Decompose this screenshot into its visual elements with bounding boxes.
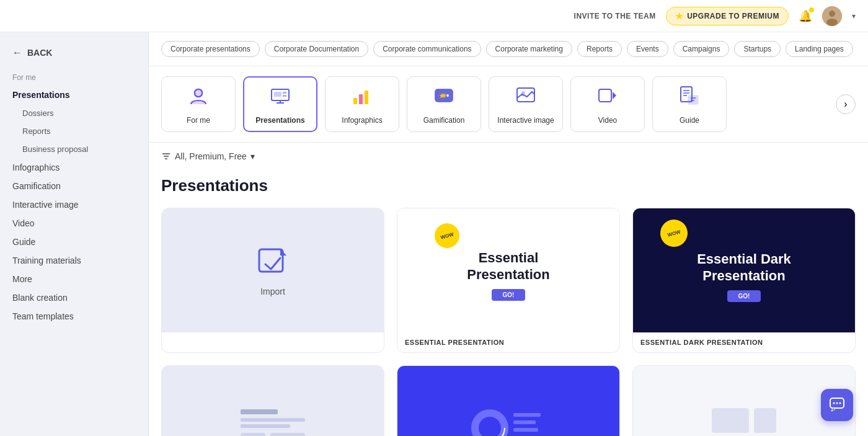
template-preview-4	[162, 366, 384, 436]
sidebar-item-business-proposal[interactable]: Business proposal	[0, 140, 148, 158]
essential-title: EssentialPresentation	[467, 250, 549, 283]
svg-rect-35	[241, 409, 278, 414]
gamification-type-icon: ★	[433, 84, 455, 111]
type-card-presentations[interactable]: Presentations	[243, 76, 317, 132]
svg-rect-6	[274, 92, 281, 97]
svg-rect-44	[513, 420, 536, 424]
sidebar-item-blank-creation[interactable]: Blank creation	[0, 288, 148, 307]
essential-dark-title: Essential DarkPresentation	[697, 251, 791, 284]
svg-rect-12	[359, 94, 363, 104]
sidebar: ← BACK For me PresentationsDossiersRepor…	[0, 32, 149, 436]
sidebar-item-interactive-image[interactable]: Interactive image	[0, 195, 148, 214]
type-card-for-me[interactable]: For me	[161, 76, 236, 132]
template-preview-5	[397, 366, 619, 436]
category-tab-campaigns[interactable]: Campaigns	[673, 41, 730, 57]
sidebar-item-team-templates[interactable]: Team templates	[0, 307, 148, 326]
essential-dark-label: ESSENTIAL DARK PRESENTATION	[633, 332, 855, 352]
presentations-type-label: Presentations	[255, 116, 304, 125]
for-me-label: For me	[0, 71, 148, 84]
svg-point-1	[829, 11, 835, 17]
filter-row: All, Premium, Free ▾	[149, 143, 868, 170]
filter-button[interactable]: All, Premium, Free ▾	[161, 151, 255, 161]
essential-dark-card[interactable]: WOW Essential DarkPresentation GO! ESSEN…	[632, 208, 856, 353]
category-tab-corporate-marketing[interactable]: Corporate marketing	[486, 41, 572, 57]
type-card-video[interactable]: Video	[570, 76, 645, 132]
chevron-down-icon[interactable]: ▾	[852, 12, 856, 20]
essential-presentation-label: ESSENTIAL PRESENTATION	[397, 332, 619, 352]
sidebar-item-reports[interactable]: Reports	[0, 122, 148, 140]
back-label: BACK	[27, 48, 52, 58]
svg-rect-39	[270, 433, 305, 436]
template-grid: Import WOW EssentialPresentation GO! ESS…	[161, 208, 856, 436]
sidebar-item-gamification[interactable]: Gamification	[0, 177, 148, 195]
svg-rect-27	[688, 96, 698, 104]
infographics-type-icon	[351, 84, 373, 111]
essential-presentation-preview: WOW EssentialPresentation GO!	[397, 208, 619, 332]
for-me-type-label: For me	[187, 116, 210, 125]
essential-presentation-card[interactable]: WOW EssentialPresentation GO! ESSENTIAL …	[397, 208, 620, 353]
type-card-guide[interactable]: Guide	[652, 76, 727, 132]
category-tabs-row: Corporate presentationsCorporate Documen…	[149, 32, 868, 66]
chat-icon	[829, 397, 845, 413]
video-type-label: Video	[598, 116, 617, 125]
sidebar-item-video[interactable]: Video	[0, 214, 148, 233]
type-card-infographics[interactable]: Infographics	[325, 76, 399, 132]
slide-preview-4	[236, 403, 310, 436]
sidebar-item-dossiers[interactable]: Dossiers	[0, 104, 148, 122]
gamification-type-label: Gamification	[423, 116, 465, 125]
sidebar-nav: PresentationsDossiersReportsBusiness pro…	[0, 86, 148, 326]
category-tab-corporate-communications[interactable]: Corporate communications	[373, 41, 480, 57]
sidebar-item-guide[interactable]: Guide	[0, 233, 148, 251]
category-tab-reports[interactable]: Reports	[577, 41, 622, 57]
import-label: Import	[260, 287, 285, 296]
slide-preview-5	[471, 403, 546, 436]
video-type-icon	[596, 84, 619, 111]
category-tab-corporate-presentations[interactable]: Corporate presentations	[161, 41, 260, 57]
sidebar-item-presentations[interactable]: Presentations	[0, 86, 148, 104]
sidebar-item-more[interactable]: More	[0, 270, 148, 288]
import-icon	[257, 244, 289, 277]
svg-rect-45	[513, 428, 538, 432]
category-tab-landing-pages[interactable]: Landing pages	[786, 41, 853, 57]
category-tab-events[interactable]: Events	[627, 41, 668, 57]
sidebar-item-infographics[interactable]: Infographics	[0, 158, 148, 177]
header: INVITE TO THE TEAM ★ UPGRADE TO PREMIUM …	[0, 0, 868, 32]
filter-icon	[161, 151, 171, 161]
back-arrow-icon: ←	[12, 47, 22, 58]
filter-chevron-icon: ▾	[250, 151, 255, 161]
import-card[interactable]: Import	[161, 208, 384, 353]
upgrade-button[interactable]: ★ UPGRADE TO PREMIUM	[666, 7, 789, 25]
svg-point-2	[826, 19, 838, 26]
guide-type-label: Guide	[680, 116, 699, 125]
svg-marker-22	[613, 92, 616, 99]
type-card-interactive-image[interactable]: Interactive image	[489, 76, 563, 132]
content-area: Presentations Import	[149, 170, 868, 436]
notification-badge	[809, 7, 814, 12]
back-button[interactable]: ← BACK	[0, 42, 148, 63]
template-card-4[interactable]	[161, 365, 384, 436]
svg-rect-19	[517, 88, 534, 102]
svg-rect-47	[712, 408, 749, 433]
svg-rect-36	[241, 418, 305, 422]
type-card-gamification[interactable]: ★Gamification	[407, 76, 481, 132]
notification-bell[interactable]: 🔔	[799, 9, 812, 23]
avatar[interactable]	[822, 6, 842, 26]
sidebar-item-training-materials[interactable]: Training materials	[0, 251, 148, 270]
svg-rect-21	[599, 89, 611, 102]
category-tab-corporate-documentation[interactable]: Corporate Documentation	[265, 41, 368, 57]
presentations-type-icon	[269, 84, 291, 111]
type-cards-next-button[interactable]: ›	[836, 94, 856, 114]
category-tab-startups[interactable]: Startups	[734, 41, 781, 57]
svg-rect-37	[241, 424, 290, 428]
svg-rect-7	[283, 92, 286, 94]
chat-button[interactable]	[821, 389, 853, 421]
svg-rect-13	[365, 91, 368, 104]
invite-label[interactable]: INVITE TO THE TEAM	[574, 12, 656, 20]
go-button-light: GO!	[492, 289, 526, 301]
svg-rect-43	[513, 413, 541, 417]
filter-label: All, Premium, Free	[175, 151, 247, 161]
template-card-5[interactable]	[397, 365, 620, 436]
interactive-image-type-icon	[515, 84, 537, 111]
essential-dark-preview: WOW Essential DarkPresentation GO!	[633, 208, 855, 332]
import-preview: Import	[162, 208, 384, 332]
